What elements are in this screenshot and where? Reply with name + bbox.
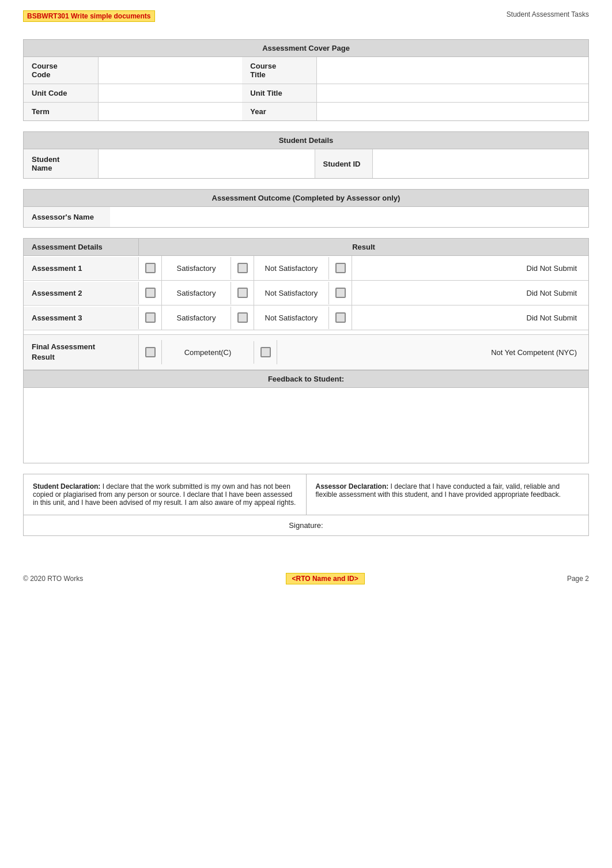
signature-label: Signature: (289, 521, 323, 530)
assessment-1-notsat-checkbox[interactable] (231, 256, 254, 280)
assessment-1-row: Assessment 1 Satisfactory Not Satisfacto… (24, 256, 588, 281)
final-assessment-row: Final Assessment Result Competent(C) Not… (24, 335, 588, 370)
assessment-1-not-satisfactory: Not Satisfactory (254, 257, 329, 280)
term-row: Term Year (24, 103, 588, 120)
checkbox-icon[interactable] (145, 347, 156, 357)
assessment-2-name: Assessment 2 (24, 282, 139, 304)
final-competent-label: Competent(C) (162, 341, 254, 364)
term-label: Term (24, 103, 99, 120)
page-header: BSBWRT301 Write simple documents Student… (0, 0, 612, 28)
unit-title-label: Unit Title (242, 84, 317, 102)
assessment-3-row: Assessment 3 Satisfactory Not Satisfacto… (24, 305, 588, 330)
footer-left: © 2020 RTO Works (23, 575, 83, 583)
checkbox-icon[interactable] (335, 288, 346, 298)
feedback-section: Feedback to Student: (24, 370, 588, 463)
assessment-1-name: Assessment 1 (24, 257, 139, 280)
page-body: Assessment Cover Page CourseCode CourseT… (0, 28, 612, 558)
year-label: Year (242, 103, 317, 120)
header-page-label: Student Assessment Tasks (507, 10, 589, 18)
assessment-outcome-title: Assessment Outcome (Completed by Assesso… (24, 190, 588, 207)
assessment-2-did-not-submit: Did Not Submit (352, 282, 588, 304)
student-name-row: StudentName Student ID (24, 149, 588, 178)
assessor-declaration: Assessor Declaration: I declare that I h… (307, 474, 589, 515)
year-value (317, 103, 588, 120)
assessment-cover-section: Assessment Cover Page CourseCode CourseT… (23, 39, 589, 121)
assessment-cover-title: Assessment Cover Page (24, 40, 588, 57)
checkbox-icon[interactable] (145, 263, 156, 273)
assessment-details-section: Assessment Details Result Assessment 1 S… (23, 238, 589, 463)
assessment-2-notsat-checkbox[interactable] (231, 281, 254, 305)
unit-code-value (99, 84, 242, 102)
assessment-3-sat-checkbox[interactable] (139, 305, 162, 330)
checkbox-icon[interactable] (237, 263, 248, 273)
spacer-row (24, 330, 588, 335)
feedback-title: Feedback to Student: (24, 371, 588, 388)
student-name-label: StudentName (24, 149, 99, 178)
assessment-2-sat-checkbox[interactable] (139, 281, 162, 305)
course-title-value (317, 57, 588, 84)
footer-right: Page 2 (567, 575, 589, 583)
assessment-3-satisfactory: Satisfactory (162, 307, 231, 329)
col-result-header: Result (139, 239, 588, 255)
assessment-1-dns-checkbox[interactable] (329, 256, 352, 280)
assessors-name-value (110, 207, 588, 227)
declarations-section: Student Declaration: I declare that the … (23, 474, 589, 536)
student-id-value (373, 149, 589, 178)
footer-center: <RTO Name and ID> (286, 573, 365, 584)
student-id-label: Student ID (315, 149, 373, 178)
signature-row: Signature: (24, 515, 588, 535)
checkbox-icon[interactable] (145, 288, 156, 298)
checkbox-icon[interactable] (260, 347, 271, 357)
course-code-label: CourseCode (24, 57, 99, 84)
feedback-body (24, 388, 588, 463)
assessment-2-dns-checkbox[interactable] (329, 281, 352, 305)
assessment-3-notsat-checkbox[interactable] (231, 305, 254, 330)
assessment-3-name: Assessment 3 (24, 307, 139, 329)
assessors-name-label: Assessor's Name (24, 207, 110, 227)
checkbox-icon[interactable] (335, 263, 346, 273)
checkbox-icon[interactable] (237, 312, 248, 323)
page-footer: © 2020 RTO Works <RTO Name and ID> Page … (0, 564, 612, 594)
assessment-1-did-not-submit: Did Not Submit (352, 257, 588, 280)
student-name-value (99, 149, 315, 178)
student-declaration: Student Declaration: I declare that the … (24, 474, 307, 515)
assessment-2-satisfactory: Satisfactory (162, 282, 231, 304)
student-details-section: Student Details StudentName Student ID (23, 131, 589, 179)
course-code-value (99, 57, 242, 84)
final-competent-checkbox[interactable] (139, 340, 162, 364)
assessment-outcome-section: Assessment Outcome (Completed by Assesso… (23, 189, 589, 228)
checkbox-icon[interactable] (145, 312, 156, 323)
unit-title-value (317, 84, 588, 102)
term-value (99, 103, 242, 120)
assessor-declaration-label: Assessor Declaration: (316, 482, 389, 490)
assessment-2-row: Assessment 2 Satisfactory Not Satisfacto… (24, 281, 588, 305)
assessors-name-row: Assessor's Name (24, 207, 588, 227)
course-row: CourseCode CourseTitle (24, 57, 588, 84)
course-title-label: CourseTitle (242, 57, 317, 84)
student-details-title: Student Details (24, 132, 588, 149)
checkbox-icon[interactable] (237, 288, 248, 298)
final-nyc-checkbox[interactable] (254, 340, 277, 364)
assessment-3-dns-checkbox[interactable] (329, 305, 352, 330)
assessment-3-not-satisfactory: Not Satisfactory (254, 307, 329, 329)
declarations-row: Student Declaration: I declare that the … (24, 474, 588, 515)
header-unit-label: BSBWRT301 Write simple documents (23, 10, 155, 22)
student-declaration-label: Student Declaration: (33, 482, 100, 490)
assessment-3-did-not-submit: Did Not Submit (352, 307, 588, 329)
checkbox-icon[interactable] (335, 312, 346, 323)
final-assessment-name: Final Assessment Result (24, 335, 139, 369)
assessment-table-header: Assessment Details Result (24, 239, 588, 256)
final-nyc-label: Not Yet Competent (NYC) (277, 341, 588, 364)
col-details-header: Assessment Details (24, 239, 139, 255)
assessment-1-sat-checkbox[interactable] (139, 256, 162, 280)
unit-row: Unit Code Unit Title (24, 84, 588, 103)
unit-code-label: Unit Code (24, 84, 99, 102)
assessment-2-not-satisfactory: Not Satisfactory (254, 282, 329, 304)
assessment-1-satisfactory: Satisfactory (162, 257, 231, 280)
